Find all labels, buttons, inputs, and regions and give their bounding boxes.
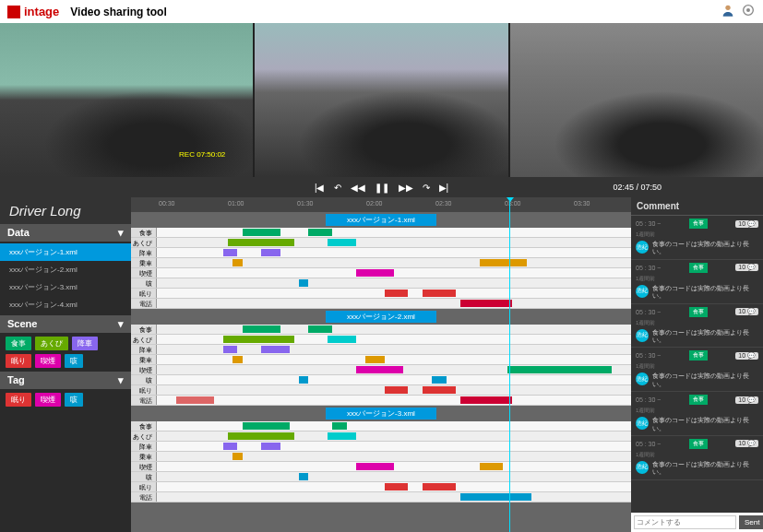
sidebar-data-item[interactable]: xxxバージョン-2.xml: [0, 261, 131, 278]
comment-item[interactable]: 05 : 30 ~食事10 💬1週間前浩紀食事のコードは実際の動画より長い。: [631, 216, 763, 260]
video-frame-left[interactable]: REC 07:50:02: [0, 23, 253, 177]
row-track[interactable]: [157, 462, 631, 471]
skip-start-icon[interactable]: |◀: [315, 183, 325, 193]
timeline-segment[interactable]: [308, 229, 332, 236]
sidebar-data-item[interactable]: xxxバージョン-3.xml: [0, 278, 131, 296]
timeline-segment[interactable]: [356, 463, 394, 470]
row-track[interactable]: [157, 421, 631, 431]
timeline-area[interactable]: 00:3001:0001:3002:0002:3003:0003:30 xxxバ…: [131, 197, 631, 532]
row-track[interactable]: [157, 472, 631, 481]
timeline-segment[interactable]: [299, 473, 308, 480]
undo-icon[interactable]: ↶: [334, 183, 341, 193]
tag-chip[interactable]: 眠り: [6, 393, 31, 407]
timeline-segment[interactable]: [460, 493, 531, 501]
row-track[interactable]: [157, 482, 631, 491]
timeline-segment[interactable]: [332, 422, 346, 430]
comment-item[interactable]: 05 : 30 ~食事10 💬1週間前浩紀食事のコードは実際の動画より長い。: [631, 304, 763, 349]
send-button[interactable]: Sent: [739, 515, 763, 529]
timeline-segment[interactable]: [228, 239, 294, 246]
timeline-segment[interactable]: [223, 249, 237, 256]
timeline-segment[interactable]: [328, 432, 356, 440]
timeline-segment[interactable]: [223, 336, 294, 343]
tag-chip[interactable]: 喫煙: [35, 393, 61, 407]
row-track[interactable]: [157, 238, 631, 247]
row-track[interactable]: [157, 228, 631, 237]
row-track[interactable]: [157, 355, 631, 364]
timeline-group-header[interactable]: xxxバージョン-2.xml: [326, 311, 436, 323]
timeline-segment[interactable]: [176, 396, 214, 404]
comment-item[interactable]: 05 : 30 ~食事10 💬1週間前浩紀食事のコードは実際の動画より長い。: [631, 348, 763, 392]
row-track[interactable]: [157, 492, 631, 502]
comment-item[interactable]: 05 : 30 ~食事10 💬1週間前浩紀食事のコードは実際の動画より長い。: [631, 260, 763, 304]
scene-tag[interactable]: 眠り: [6, 354, 31, 368]
user-icon[interactable]: [721, 3, 735, 21]
timeline-segment[interactable]: [432, 376, 446, 384]
row-track[interactable]: [157, 442, 631, 451]
timeline-segment[interactable]: [480, 259, 527, 266]
timeline-segment[interactable]: [385, 290, 409, 297]
comment-item[interactable]: 05 : 30 ~食事10 💬1週間前浩紀食事のコードは実際の動画より長い。: [631, 392, 763, 436]
timeline-segment[interactable]: [423, 386, 456, 394]
tag-section-header[interactable]: Tag▾: [0, 372, 131, 389]
timeline-segment[interactable]: [261, 346, 280, 353]
timeline-segment[interactable]: [423, 483, 456, 491]
row-track[interactable]: [157, 258, 631, 267]
timeline-segment[interactable]: [223, 346, 237, 353]
timeline-segment[interactable]: [328, 239, 356, 246]
scene-tag[interactable]: 食事: [6, 337, 31, 350]
timeline-group-header[interactable]: xxxバージョン-3.xml: [326, 408, 436, 420]
row-track[interactable]: [157, 375, 631, 384]
timeline-segment[interactable]: [228, 432, 294, 440]
sidebar-data-item[interactable]: xxxバージョン-1.xml: [0, 243, 131, 261]
timeline-segment[interactable]: [460, 300, 513, 307]
timeline-segment[interactable]: [280, 346, 290, 353]
timeline-segment[interactable]: [261, 443, 280, 450]
video-frame-center[interactable]: [255, 23, 507, 177]
timeline-segment[interactable]: [243, 422, 290, 430]
row-track[interactable]: [157, 268, 631, 278]
row-track[interactable]: [157, 365, 631, 374]
row-track[interactable]: [157, 385, 631, 395]
timeline-segment[interactable]: [232, 453, 242, 460]
pause-icon[interactable]: ❚❚: [375, 183, 389, 193]
timeline-segment[interactable]: [328, 336, 356, 343]
scene-tag[interactable]: 咳: [65, 354, 83, 368]
redo-icon[interactable]: ↷: [423, 183, 430, 193]
comment-input[interactable]: [634, 515, 736, 529]
timeline-segment[interactable]: [460, 396, 513, 404]
scene-tag[interactable]: 降車: [72, 337, 98, 350]
row-track[interactable]: [157, 278, 631, 288]
scene-section-header[interactable]: Scene▾: [0, 315, 131, 333]
row-track[interactable]: [157, 432, 631, 441]
row-track[interactable]: [157, 299, 631, 308]
scene-tag[interactable]: あくび: [35, 337, 68, 350]
gear-icon[interactable]: [741, 3, 756, 21]
timeline-segment[interactable]: [232, 356, 242, 363]
row-track[interactable]: [157, 248, 631, 257]
timeline-segment[interactable]: [507, 366, 612, 373]
row-track[interactable]: [157, 325, 631, 334]
timeline-segment[interactable]: [261, 249, 280, 256]
playhead[interactable]: [509, 197, 510, 532]
data-section-header[interactable]: Data▾: [0, 224, 131, 242]
timeline-segment[interactable]: [385, 386, 409, 394]
timeline-segment[interactable]: [423, 290, 456, 297]
row-track[interactable]: [157, 335, 631, 344]
rewind-icon[interactable]: ◀◀: [351, 183, 365, 193]
row-track[interactable]: [157, 345, 631, 354]
forward-icon[interactable]: ▶▶: [399, 183, 413, 193]
tag-chip[interactable]: 咳: [65, 393, 83, 407]
timeline-segment[interactable]: [299, 376, 308, 384]
timeline-segment[interactable]: [308, 325, 332, 333]
timeline-segment[interactable]: [232, 259, 242, 266]
sidebar-data-item[interactable]: xxxバージョン-4.xml: [0, 296, 131, 313]
timeline-group-header[interactable]: xxxバージョン-1.xml: [326, 214, 436, 226]
scene-tag[interactable]: 喫煙: [35, 354, 61, 368]
timeline-segment[interactable]: [356, 269, 394, 277]
timeline-segment[interactable]: [223, 443, 237, 450]
comment-item[interactable]: 05 : 30 ~食事10 💬1週間前浩紀食事のコードは実際の動画より長い。: [631, 436, 763, 480]
row-track[interactable]: [157, 452, 631, 461]
timeline-segment[interactable]: [480, 463, 504, 470]
timeline-segment[interactable]: [356, 366, 403, 373]
timeline-segment[interactable]: [385, 483, 409, 491]
